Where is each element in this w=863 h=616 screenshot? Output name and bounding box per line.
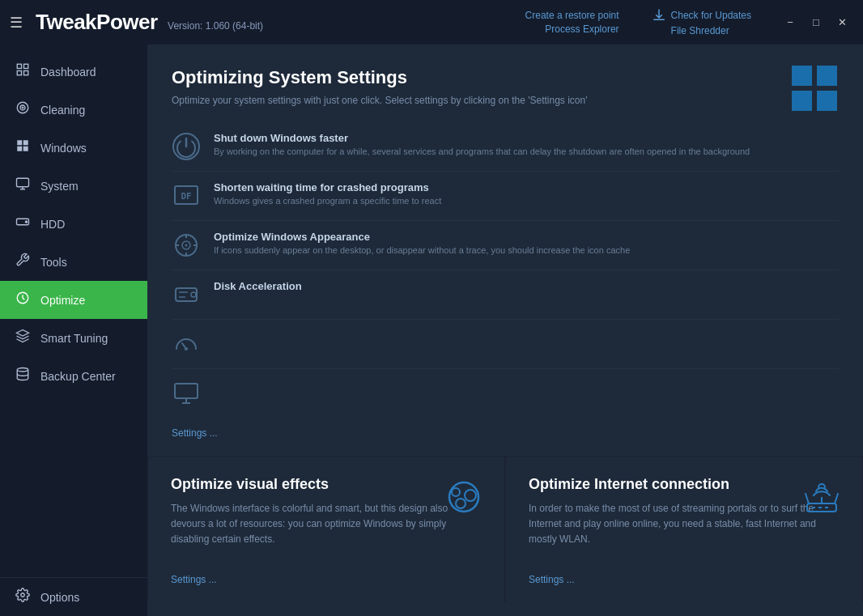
setting-item-appearance: Optimize Windows Appearance If icons sud… xyxy=(172,221,839,270)
svg-point-35 xyxy=(452,488,460,496)
svg-rect-13 xyxy=(817,66,837,86)
card-internet: Optimize Internet connection In order to… xyxy=(506,457,862,602)
svg-point-21 xyxy=(185,244,188,247)
app-name: TweakPower Version: 1.060 (64-bit) xyxy=(36,10,263,35)
crash-icon: DF xyxy=(172,181,201,210)
sidebar-label-options: Options xyxy=(40,591,79,604)
sidebar-item-system[interactable]: System xyxy=(0,167,147,205)
setting-name-appearance: Optimize Windows Appearance xyxy=(214,231,630,243)
setting-item-monitor xyxy=(172,369,839,418)
windows-logo xyxy=(790,64,839,113)
minimize-button[interactable]: − xyxy=(779,14,801,32)
content-area: Optimizing System Settings Optimize your… xyxy=(147,45,863,616)
maximize-button[interactable]: □ xyxy=(805,14,827,32)
svg-point-27 xyxy=(191,292,196,297)
windows-icon xyxy=(15,138,31,157)
sidebar-item-backup-center[interactable]: Backup Center xyxy=(0,357,147,395)
sidebar-item-tools[interactable]: Tools xyxy=(0,243,147,281)
disk-icon xyxy=(172,280,201,309)
download-icon xyxy=(652,8,666,23)
svg-point-10 xyxy=(17,368,28,372)
internet-icon xyxy=(797,473,846,525)
setting-item-crash: DF Shorten waiting time for crashed prog… xyxy=(172,172,839,221)
check-updates-link[interactable]: Check for Updates xyxy=(671,10,751,21)
setting-name-shutdown: Shut down Windows faster xyxy=(214,132,750,144)
settings-link-internet[interactable]: Settings ... xyxy=(529,574,575,585)
sidebar-item-optimize[interactable]: Optimize xyxy=(0,281,147,319)
file-shredder-link[interactable]: File Shredder xyxy=(671,25,729,36)
page-subtitle: Optimize your system settings with just … xyxy=(172,95,839,106)
system-icon xyxy=(15,176,31,195)
gauge-icon xyxy=(172,329,201,359)
svg-rect-26 xyxy=(176,288,197,301)
svg-point-4 xyxy=(17,102,28,113)
sidebar-item-windows[interactable]: Windows xyxy=(0,129,147,167)
setting-text-shutdown: Shut down Windows faster By working on t… xyxy=(214,132,750,158)
setting-desc-crash: Windows gives a crashed program a specif… xyxy=(214,195,441,207)
create-restore-point-link[interactable]: Create a restore point xyxy=(525,10,619,21)
sidebar-item-hdd[interactable]: HDD xyxy=(0,205,147,243)
card-desc-visual: The Windows interface is colorful and sm… xyxy=(171,501,482,548)
sidebar-item-options[interactable]: Options xyxy=(0,578,147,616)
hdd-icon xyxy=(15,215,31,233)
setting-item-disk: Disk Acceleration xyxy=(172,270,839,320)
svg-point-11 xyxy=(21,593,25,597)
window-controls: − □ ✕ xyxy=(779,14,853,32)
svg-point-8 xyxy=(25,221,27,223)
sidebar-label-hdd: HDD xyxy=(40,218,65,231)
titlebar-links: Create a restore point Process Explorer xyxy=(525,10,619,35)
sidebar-label-system: System xyxy=(40,180,79,193)
bottom-cards: Optimize visual effects The Windows inte… xyxy=(147,457,863,602)
setting-name-disk: Disk Acceleration xyxy=(214,280,302,292)
svg-rect-2 xyxy=(17,71,21,75)
sidebar: Dashboard Cleaning Windows xyxy=(0,45,147,616)
setting-desc-appearance: If icons suddenly appear on the desktop,… xyxy=(214,244,630,257)
sidebar-label-cleaning: Cleaning xyxy=(40,104,85,117)
setting-desc-shutdown: By working on the computer for a while, … xyxy=(214,146,750,158)
sidebar-label-backup-center: Backup Center xyxy=(40,370,116,383)
settings-link-top[interactable]: Settings ... xyxy=(172,427,218,439)
card-title-internet: Optimize Internet connection xyxy=(529,476,840,493)
sidebar-item-cleaning[interactable]: Cleaning xyxy=(0,91,147,129)
card-title-visual: Optimize visual effects xyxy=(171,476,482,493)
dashboard-icon xyxy=(15,62,31,81)
optimize-icon xyxy=(15,291,31,309)
check-updates-container: Check for Updates xyxy=(652,8,751,23)
sidebar-label-tools: Tools xyxy=(40,256,67,269)
sidebar-item-dashboard[interactable]: Dashboard xyxy=(0,53,147,91)
shutdown-icon xyxy=(172,132,201,161)
svg-point-36 xyxy=(465,490,476,501)
close-button[interactable]: ✕ xyxy=(831,14,853,32)
card-visual-effects: Optimize visual effects The Windows inte… xyxy=(148,457,504,602)
setting-item-shutdown: Shut down Windows faster By working on t… xyxy=(172,122,839,172)
visual-effects-icon xyxy=(440,473,488,525)
page-title: Optimizing System Settings xyxy=(172,67,839,88)
appearance-icon xyxy=(172,231,201,260)
sidebar-bottom: Options xyxy=(0,577,147,616)
smart-tuning-icon xyxy=(15,329,31,347)
svg-point-30 xyxy=(185,347,188,350)
settings-link-visual[interactable]: Settings ... xyxy=(171,574,217,585)
svg-point-37 xyxy=(456,499,466,508)
setting-text-disk: Disk Acceleration xyxy=(214,280,302,294)
sidebar-label-windows: Windows xyxy=(40,142,87,155)
setting-item-gauge xyxy=(172,320,839,369)
sidebar-item-smart-tuning[interactable]: Smart Tuning xyxy=(0,319,147,357)
process-explorer-link[interactable]: Process Explorer xyxy=(545,23,619,35)
setting-text-appearance: Optimize Windows Appearance If icons sud… xyxy=(214,231,630,257)
svg-line-44 xyxy=(835,494,838,503)
svg-rect-3 xyxy=(24,71,28,75)
svg-rect-14 xyxy=(792,91,812,111)
titlebar: ☰ TweakPower Version: 1.060 (64-bit) Cre… xyxy=(0,0,863,45)
options-icon xyxy=(15,588,31,606)
sidebar-label-dashboard: Dashboard xyxy=(40,66,96,79)
top-section: Optimizing System Settings Optimize your… xyxy=(147,45,863,456)
svg-line-43 xyxy=(806,494,809,503)
settings-list: Shut down Windows faster By working on t… xyxy=(172,122,839,418)
menu-icon[interactable]: ☰ xyxy=(10,14,23,32)
setting-name-crash: Shorten waiting time for crashed program… xyxy=(214,181,441,193)
sidebar-label-optimize: Optimize xyxy=(40,294,85,307)
card-desc-internet: In order to make the most of use of stre… xyxy=(529,501,840,548)
svg-rect-0 xyxy=(17,64,21,68)
svg-rect-31 xyxy=(175,384,198,398)
